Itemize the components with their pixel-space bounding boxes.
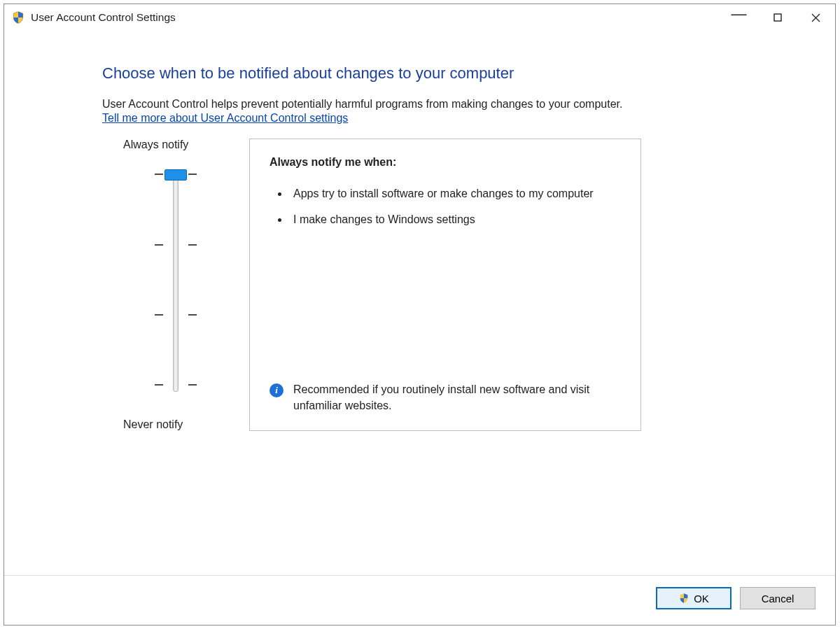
slider-track[interactable] bbox=[148, 164, 204, 409]
ok-button-label: OK bbox=[694, 593, 709, 605]
shield-icon bbox=[11, 10, 25, 24]
uac-settings-window: User Account Control Settings — Choose w… bbox=[4, 3, 836, 626]
notification-slider: Always notify Never notify bbox=[102, 139, 249, 431]
list-item: Apps try to install software or make cha… bbox=[289, 185, 621, 202]
titlebar: User Account Control Settings — bbox=[4, 4, 835, 31]
page-description: User Account Control helps prevent poten… bbox=[102, 98, 793, 111]
level-description-list: Apps try to install software or make cha… bbox=[270, 185, 621, 237]
slider-label-bottom: Never notify bbox=[102, 418, 183, 431]
control-row: Always notify Never notify Always notify… bbox=[102, 139, 793, 431]
dialog-footer: OK Cancel bbox=[4, 575, 835, 625]
info-icon: i bbox=[270, 383, 284, 397]
slider-label-top: Always notify bbox=[102, 139, 188, 151]
level-description-pane: Always notify me when: Apps try to insta… bbox=[249, 139, 641, 431]
cancel-button-label: Cancel bbox=[762, 593, 794, 605]
maximize-button[interactable] bbox=[758, 4, 797, 31]
recommendation-text: Recommended if you routinely install new… bbox=[293, 382, 621, 414]
help-link[interactable]: Tell me more about User Account Control … bbox=[102, 112, 348, 124]
window-controls: — bbox=[720, 4, 835, 31]
minimize-button[interactable]: — bbox=[720, 1, 758, 27]
ok-button[interactable]: OK bbox=[656, 587, 732, 609]
recommendation-row: i Recommended if you routinely install n… bbox=[270, 382, 621, 416]
shield-icon bbox=[678, 593, 690, 604]
cancel-button[interactable]: Cancel bbox=[740, 587, 816, 609]
list-item: I make changes to Windows settings bbox=[289, 211, 621, 227]
level-description-title: Always notify me when: bbox=[270, 156, 621, 169]
svg-rect-0 bbox=[774, 14, 781, 21]
window-title: User Account Control Settings bbox=[31, 11, 176, 24]
close-button[interactable] bbox=[797, 4, 835, 31]
page-heading: Choose when to be notified about changes… bbox=[102, 64, 793, 83]
slider-thumb[interactable] bbox=[164, 169, 187, 181]
body: Choose when to be notified about changes… bbox=[4, 31, 835, 575]
